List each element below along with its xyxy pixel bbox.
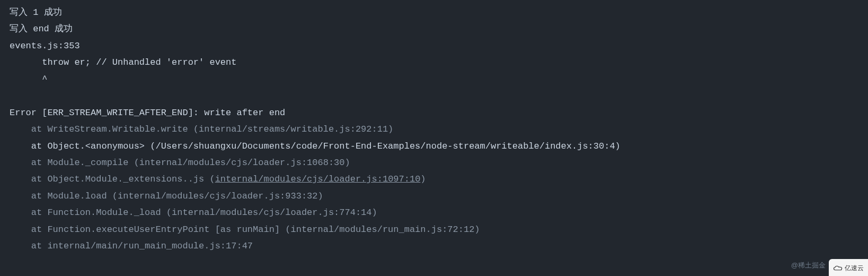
terminal-line: at Module.load (internal/modules/cjs/loa… [10, 188, 858, 204]
terminal-line: Error [ERR_STREAM_WRITE_AFTER_END]: writ… [10, 105, 858, 121]
terminal-line: at Object.<anonymous> (/Users/shuangxu/D… [10, 138, 858, 154]
terminal-line [10, 88, 858, 104]
terminal-line: at Function.Module._load (internal/modul… [10, 204, 858, 221]
terminal-line: 写入 end 成功 [10, 21, 858, 37]
terminal-line: at Module._compile (internal/modules/cjs… [10, 154, 858, 171]
stack-link[interactable]: internal/modules/cjs/loader.js:1097:10 [215, 174, 421, 184]
terminal-line: at WriteStream.Writable.write (internal/… [10, 121, 858, 137]
terminal-line: throw er; // Unhandled 'error' event [10, 54, 858, 71]
terminal-output[interactable]: 写入 1 成功写入 end 成功events.js:353 throw er; … [10, 4, 858, 255]
watermark-yisu: 亿速云 [829, 259, 868, 276]
terminal-line: 写入 1 成功 [10, 4, 858, 21]
terminal-line: events.js:353 [10, 38, 858, 54]
watermark-yisu-text: 亿速云 [845, 262, 864, 274]
cloud-icon [833, 264, 843, 272]
terminal-line: at Function.executeUserEntryPoint [as ru… [10, 221, 858, 238]
terminal-line: at internal/main/run_main_module.js:17:4… [10, 238, 858, 254]
terminal-line: at Object.Module._extensions..js (intern… [10, 171, 858, 187]
terminal-line: ^ [10, 71, 858, 88]
watermark-juejin: @稀土掘金 [791, 259, 826, 272]
